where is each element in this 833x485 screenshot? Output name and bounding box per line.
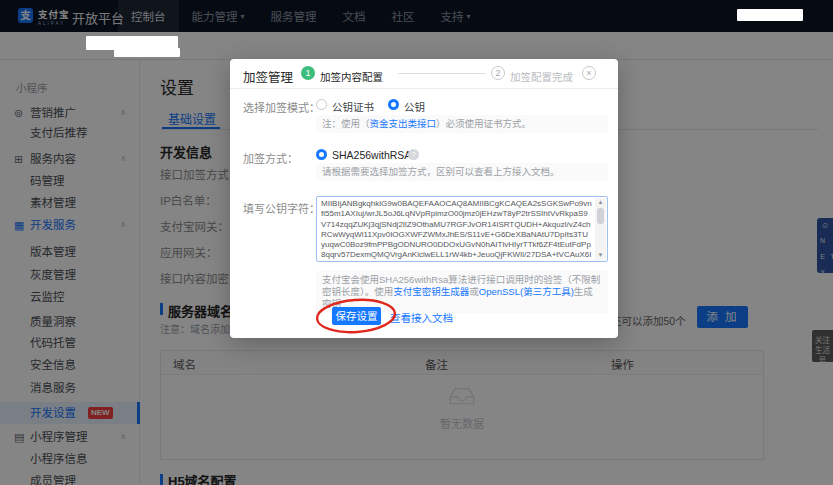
- step-2-label: 加签配置完成: [510, 69, 573, 84]
- save-settings-button[interactable]: 保存设置: [332, 307, 381, 325]
- radio-public-key-cert-label[interactable]: 公钥证书: [332, 99, 374, 114]
- funds-api-link[interactable]: 资金支出类接口: [370, 118, 437, 129]
- step-1-label: 加签内容配置: [320, 69, 383, 84]
- radio-public-key[interactable]: [388, 99, 399, 110]
- openssl-link[interactable]: OpenSSL(第三方工具): [479, 286, 574, 297]
- sign-manage-modal: 加签管理 1 加签内容配置 2 加签配置完成 × 选择加签模式： 公钥证书 公钥…: [230, 59, 618, 338]
- key-generator-link[interactable]: 支付宝密钥生成器: [393, 286, 469, 297]
- algo-label: 加签方式：: [243, 150, 298, 166]
- step-2-indicator: 2: [491, 66, 505, 80]
- textarea-scrollbar[interactable]: ▲ ▼: [595, 198, 606, 260]
- page: 支 支付宝 ALIPAY 开放平台 控制台 能力管理▾ 服务管理 文档 社区 支…: [0, 0, 833, 485]
- radio-public-key-cert[interactable]: [316, 99, 327, 110]
- algo-help-icon[interactable]: ?: [408, 149, 419, 160]
- mode-note-prefix: 注：使用（: [322, 118, 370, 129]
- public-key-textarea[interactable]: MIIBIjANBgkqhkiG9w0BAQEFAAOCAQ8AMIIBCgKC…: [316, 196, 608, 262]
- radio-public-key-label[interactable]: 公钥: [404, 99, 425, 114]
- key-note-p2: 或: [469, 286, 479, 297]
- scrollbar-thumb[interactable]: [597, 208, 604, 224]
- scroll-down-icon[interactable]: ▼: [595, 251, 606, 260]
- step-connector: [398, 73, 486, 74]
- algo-note: 请根据需要选择加签方式，区别可以查看上方接入文档。: [316, 163, 608, 181]
- modal-header-divider: [230, 88, 618, 89]
- redaction-appname-2: [114, 48, 180, 57]
- modal-title: 加签管理: [243, 67, 293, 86]
- scroll-up-icon[interactable]: ▲: [595, 198, 606, 207]
- close-icon[interactable]: ×: [582, 66, 596, 80]
- radio-sha256[interactable]: [316, 149, 327, 160]
- mode-label: 选择加签模式：: [243, 99, 320, 115]
- view-docs-link[interactable]: 查看接入文档: [390, 310, 453, 325]
- public-key-value: MIIBIjANBgkqhkiG9w0BAQEFAAOCAQ8AMIIBCgKC…: [321, 199, 592, 262]
- step-1-indicator: 1: [301, 66, 315, 80]
- redaction-account: [737, 9, 803, 21]
- key-label: 填写公钥字符：: [243, 200, 320, 216]
- radio-sha256-label[interactable]: SHA256withRSA: [332, 149, 411, 161]
- mode-note-suffix: ）必须使用证书方式。: [436, 118, 531, 129]
- mode-note: 注：使用（资金支出类接口）必须使用证书方式。: [316, 115, 608, 133]
